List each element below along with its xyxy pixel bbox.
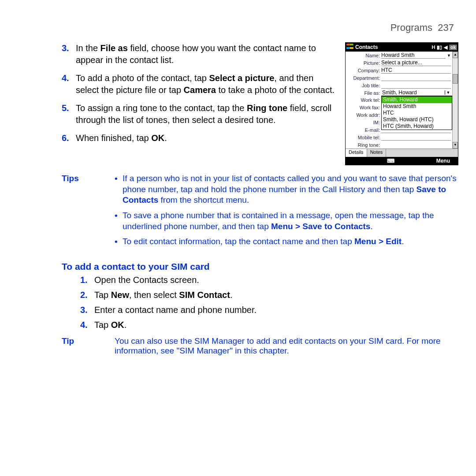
- picture-field[interactable]: Select a picture...: [381, 60, 451, 66]
- field-label: File as:: [346, 90, 381, 96]
- tip-label: Tip: [62, 336, 115, 356]
- sim-steps-list: 1.Open the Contacts screen. 2.Tap New, t…: [62, 274, 458, 331]
- scrollbar[interactable]: ▲ ▼: [452, 52, 458, 149]
- page-header: Programs 237: [62, 22, 458, 33]
- tips-section: Tips •If a person who is not in your lis…: [62, 173, 458, 252]
- steps-list: 3. In the File as field, choose how you …: [62, 42, 337, 144]
- field-label: Picture:: [346, 60, 381, 66]
- phone-screenshot: Contacts H ▮▯ ◀ ok Name:Howard Smith▼ Pi…: [345, 42, 458, 165]
- scroll-up-icon[interactable]: ▲: [453, 52, 458, 58]
- step-number: 3.: [62, 42, 76, 66]
- field-label: IM:: [346, 120, 381, 125]
- field-label: Company:: [346, 68, 381, 73]
- bullet-icon: •: [115, 236, 123, 247]
- tip-text: If a person who is not in your list of c…: [123, 173, 458, 206]
- chevron-down-icon[interactable]: ▼: [445, 90, 451, 95]
- step-number: 4.: [80, 319, 94, 331]
- step-body: When finished, tap OK.: [76, 132, 337, 144]
- chevron-down-icon[interactable]: ▼: [446, 53, 451, 58]
- subheading: To add a contact to your SIM card: [62, 261, 458, 272]
- fileas-option[interactable]: HTC: [382, 110, 452, 116]
- bullet-icon: •: [115, 173, 123, 206]
- volume-icon[interactable]: ◀: [444, 45, 447, 50]
- job-title-field[interactable]: [381, 82, 451, 89]
- tip-text: You can also use the SIM Manager to add …: [115, 336, 458, 356]
- ok-button[interactable]: ok: [449, 45, 457, 50]
- field-label: Department:: [346, 75, 381, 81]
- signal-icon: ▮▯: [437, 45, 442, 50]
- fileas-option[interactable]: Smith, Howard: [382, 97, 452, 103]
- tips-label: Tips: [62, 173, 115, 252]
- field-label: E-mail:: [346, 127, 381, 133]
- field-label: Work tel:: [346, 97, 381, 103]
- department-field[interactable]: [381, 74, 451, 81]
- phone-menubar: ⌨ Menu: [346, 157, 458, 165]
- windows-logo-icon[interactable]: [346, 44, 353, 51]
- ring-tone-field[interactable]: [381, 142, 451, 148]
- step-body: Tap OK.: [94, 319, 126, 331]
- step-body: To add a photo of the contact, tap Selec…: [76, 72, 337, 96]
- step-body: To assign a ring tone to the contact, ta…: [76, 102, 337, 126]
- tip-text: To edit contact information, tap the con…: [123, 236, 404, 247]
- field-label: Name:: [346, 53, 381, 58]
- step-number: 2.: [80, 289, 94, 301]
- tab-details[interactable]: Details: [346, 149, 367, 157]
- section-title: Programs: [390, 22, 432, 33]
- scroll-down-icon[interactable]: ▼: [453, 142, 458, 149]
- field-label: Mobile tel:: [346, 135, 381, 140]
- step-body: Open the Contacts screen.: [94, 274, 199, 286]
- tab-bar: Details Notes: [346, 149, 458, 157]
- tab-notes[interactable]: Notes: [367, 149, 387, 157]
- step-body: Enter a contact name and phone number.: [94, 304, 257, 316]
- field-label: Work addr:: [346, 112, 381, 118]
- keyboard-icon[interactable]: ⌨: [387, 158, 394, 164]
- tip-text: To save a phone number that is contained…: [123, 210, 458, 232]
- file-as-dropdown[interactable]: Smith, Howard ▼: [381, 89, 452, 96]
- company-field[interactable]: HTC: [381, 67, 451, 74]
- network-icon: H: [431, 45, 435, 50]
- field-label: Job title:: [346, 83, 381, 88]
- step-number: 3.: [80, 304, 94, 316]
- step-number: 5.: [62, 102, 76, 126]
- page-number: 237: [438, 22, 454, 33]
- step-number: 6.: [62, 132, 76, 144]
- bullet-icon: •: [115, 210, 123, 232]
- field-label: Ring tone:: [346, 142, 381, 148]
- tip-section: Tip You can also use the SIM Manager to …: [62, 336, 458, 356]
- step-body: In the File as field, choose how you wan…: [76, 42, 337, 66]
- mobile-tel-field[interactable]: [381, 134, 451, 141]
- step-number: 1.: [80, 274, 94, 286]
- field-label: Work fax:: [346, 105, 381, 110]
- scroll-thumb[interactable]: [453, 74, 458, 84]
- fileas-option[interactable]: Howard Smith: [382, 103, 452, 110]
- step-body: Tap New, then select SIM Contact.: [94, 289, 232, 301]
- fileas-option[interactable]: Smith, Howard (HTC): [382, 116, 452, 123]
- phone-title: Contacts: [355, 44, 378, 50]
- menu-button[interactable]: Menu: [436, 158, 450, 164]
- phone-titlebar: Contacts H ▮▯ ◀ ok: [346, 43, 458, 52]
- fileas-option[interactable]: HTC (Smith, Howard): [382, 123, 452, 130]
- step-number: 4.: [62, 72, 76, 96]
- name-field[interactable]: Howard Smith: [381, 52, 446, 59]
